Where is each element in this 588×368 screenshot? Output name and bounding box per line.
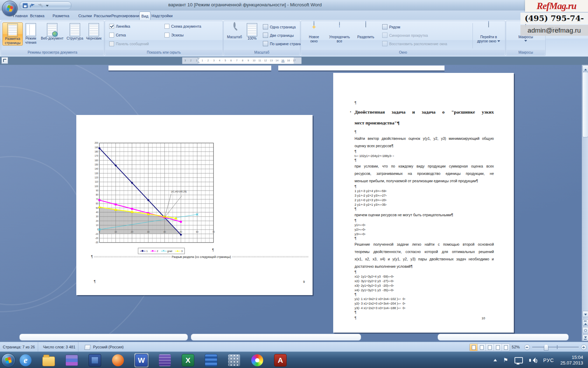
side-by-side-icon [382,24,387,29]
zoom-slider-track[interactable] [532,347,579,348]
view-fullscreen-reading-button[interactable] [478,344,486,351]
watermark-refmag-logo: RefMag.ru [525,0,588,12]
ruler-checkbox[interactable]: Линейка [109,24,130,29]
zoom-in-button[interactable] [581,345,587,350]
web-layout-button[interactable]: Веб-документ [40,22,65,41]
select-browse-object-button[interactable] [582,327,588,333]
tab-references[interactable]: Ссылки [78,12,92,20]
zoom-out-button[interactable] [524,345,530,350]
tab-mailings[interactable]: Рассылки [94,12,110,20]
reading-mode-button[interactable]: Режим чтения [23,22,39,45]
reading-mode-icon [26,23,36,36]
horizontal-scrollbar[interactable] [438,334,569,341]
winrar-taskbar-button[interactable] [65,354,78,367]
network-icon[interactable] [514,357,523,363]
zoom-slider-thumb[interactable] [544,344,548,350]
one-page-button[interactable]: Одна страница [263,24,296,29]
document-area: 2001901801701601501401301201101009080706… [0,65,588,342]
app-dark-blue-icon [89,354,101,367]
tab-layout[interactable]: Разметка страницы [46,12,76,20]
page-width-button[interactable]: По ширине страницы [263,41,306,46]
internet-explorer-taskbar-button[interactable]: e [19,354,32,367]
previous-page-button[interactable] [582,319,588,326]
print-layout-button[interactable]: Разметка страницы [2,22,23,46]
page-number-9: 9 [303,280,305,284]
view-outline-button[interactable] [494,344,502,351]
two-pages-button[interactable]: Две страницы [263,33,294,38]
scroll-up-button[interactable] [582,65,588,71]
document-map-checkbox[interactable]: Схема документа [164,24,201,29]
gridlines-checkbox[interactable]: Сетка [109,33,126,38]
group-label-macros: Макросы [506,50,545,55]
svg-text:150: 150 [94,163,98,166]
zoom-level-label[interactable]: 52% [512,342,520,352]
scrollbar-thumb[interactable] [582,72,588,137]
volume-icon[interactable] [529,357,537,363]
horizontal-scrollbar-segment[interactable] [191,334,361,341]
view-print-layout-button[interactable] [470,344,478,351]
explorer-folder-taskbar-button[interactable] [42,354,55,367]
view-web-layout-button[interactable] [486,344,494,351]
tab-selector[interactable] [1,57,8,64]
tray-expand-icon[interactable] [493,357,497,361]
view-draft-button[interactable] [502,344,510,351]
outline-view-button[interactable]: Структура [65,22,84,41]
tab-view[interactable]: Вид [139,12,150,20]
tab-insert[interactable]: Вставка [30,12,44,20]
pilcrow-mark: ¶ [355,185,494,189]
split-button[interactable]: Разделить [354,22,377,39]
calculator-taskbar-button[interactable] [227,354,241,367]
switch-windows-button[interactable]: Перейти в другое окно [474,22,503,43]
tab-addins[interactable]: Надстройки [151,12,173,20]
language-indicator[interactable]: РУС [543,357,554,363]
svg-text:60: 60 [196,231,199,233]
document-page-left[interactable]: 2001901801701601501401301201101009080706… [76,115,313,295]
pilcrow-mark: ¶ [355,293,494,297]
zoom-button[interactable]: Масштаб [225,22,244,39]
app-blue-stack-taskbar-button[interactable] [204,354,218,367]
app-dark-blue-taskbar-button[interactable] [88,354,102,367]
office-button[interactable] [2,1,18,16]
doc-formula: 1 y1+▫3 y2+4 y3>=▫59▫3 y1+▫2 y2+2 y3>=▫2… [355,189,494,207]
vertical-scrollbar[interactable] [582,65,588,341]
doc-formula: y1>=▫0▫y2>=▫0▫y3>=▫0▫ [355,223,494,237]
pilcrow-mark: ¶ [355,316,356,320]
clock[interactable]: 15:04 25.07.2013 [560,355,583,366]
pilcrow-mark: ¶ [212,248,214,252]
horizontal-ruler[interactable]: 3·2·1·1·2·3·4·5·6·7·8·9·10·11·12·13·14·1… [182,57,302,64]
scroll-down-button[interactable] [582,311,588,317]
document-line: оценку всех ресурсов¶ [355,142,494,150]
ms-word-taskbar-button[interactable]: W [134,353,148,367]
next-page-button[interactable] [582,335,588,341]
indent-marker[interactable] [197,58,200,63]
ruler-number: 6 [229,59,233,63]
document-page-right[interactable]: ¶•Двойственная задача и задача о "расшив… [333,73,514,333]
adobe-reader-taskbar-button[interactable]: A [274,354,287,367]
draft-view-button[interactable]: Черновик [85,22,103,41]
view-side-by-side-button[interactable]: Рядом [382,24,400,29]
action-center-flag-icon[interactable]: ⚑ [503,357,508,363]
opera-taskbar-button[interactable] [111,354,125,367]
tab-review[interactable]: Рецензирование [111,12,138,20]
spellcheck-icon[interactable] [84,345,90,350]
horizontal-scrollbar-segment[interactable] [19,334,188,341]
pilcrow-mark: ¶ [355,270,494,274]
paint-taskbar-button[interactable] [251,354,264,367]
zoom-100-button[interactable]: 100% [245,22,259,41]
start-button[interactable] [1,353,15,367]
thumbnails-checkbox[interactable]: Эскизы [164,33,184,38]
app-purple-taskbar-button[interactable] [158,354,172,367]
status-language[interactable]: Русский (Россия) [90,342,126,352]
section-break-dots [232,256,309,258]
document-line: x(x1, x2, x3, x4) и y(y1, y2, y3) пары д… [355,255,494,263]
document-line: причем оценки ресурсов не могут быть отр… [355,211,494,219]
new-window-button[interactable]: Новое окно [303,22,325,43]
ms-word-icon: W [135,354,148,367]
ribbon-tab-row: Главная Вставка Разметка страницы Ссылки… [0,11,588,20]
status-page-indicator[interactable]: Страница: 7 из 26 [0,342,38,352]
ms-excel-taskbar-button[interactable]: X [181,354,195,367]
arrange-all-button[interactable]: Упорядочить все [326,22,354,43]
section-break-dots [94,256,170,258]
document-line: y3(▫ 4 x1+2x2+3 x3+1x4-▫188 )=▫ 0▫ [355,306,494,311]
status-word-count[interactable]: Число слов: 3 481 [40,342,78,352]
